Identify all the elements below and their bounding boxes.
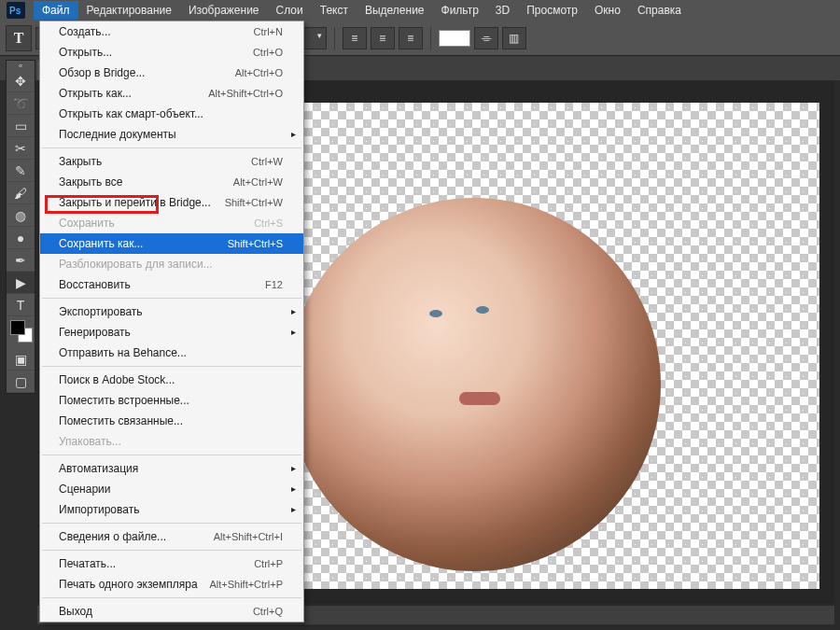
menu-item-label: Разблокировать для записи... xyxy=(59,257,213,272)
menu-item-shortcut: Ctrl+P xyxy=(254,556,283,571)
file-menu-item[interactable]: Открыть как смарт-объект... xyxy=(40,104,303,124)
tool-panel: « ✥ ➰ ▭ ✂ ✎ 🖌 ◍ ● ✒ ▶ T ▣ ▢ xyxy=(6,60,35,394)
menu-item-label: Упаковать... xyxy=(59,434,121,449)
align-center-icon: ≡ xyxy=(379,32,385,45)
menu-item-label: Поместить встроенные... xyxy=(59,393,189,408)
file-menu-item[interactable]: Закрыть и перейти в Bridge...Shift+Ctrl+… xyxy=(40,192,303,213)
menu-item-label: Поместить связанные... xyxy=(59,413,183,428)
menu-item-shortcut: Shift+Ctrl+S xyxy=(228,236,283,251)
file-menu-item[interactable]: Поместить встроенные... xyxy=(40,390,303,411)
tool-marquee[interactable]: ▭ xyxy=(7,115,35,137)
menu-item-label: Печатать... xyxy=(59,556,116,571)
menu-filter[interactable]: Фильтр xyxy=(433,1,487,20)
menu-item-shortcut: F12 xyxy=(265,277,283,292)
menu-item-label: Экспортировать xyxy=(59,304,143,319)
app-logo: Ps xyxy=(6,2,26,19)
tool-crop[interactable]: ✂ xyxy=(7,137,35,160)
file-menu-item[interactable]: Печатать...Ctrl+P xyxy=(40,553,303,574)
file-menu-item: СохранитьCtrl+S xyxy=(40,213,303,233)
character-panel-button[interactable]: ▥ xyxy=(502,27,526,49)
toolbar-grip[interactable]: « xyxy=(7,61,35,70)
file-menu-item[interactable]: Сохранить как...Shift+Ctrl+S xyxy=(40,233,303,254)
menu-item-label: Сохранить как... xyxy=(59,236,143,251)
file-menu-item[interactable]: Поместить связанные... xyxy=(40,411,303,431)
tool-type[interactable]: T xyxy=(7,294,35,316)
tool-blur[interactable]: ● xyxy=(7,227,35,249)
file-menu-item[interactable]: Импортировать xyxy=(40,499,303,520)
screenmode-toggle[interactable]: ▢ xyxy=(7,371,35,393)
menu-select[interactable]: Выделение xyxy=(357,1,433,20)
menu-window[interactable]: Окно xyxy=(586,1,629,20)
image-content xyxy=(287,198,661,571)
menu-item-label: Сведения о файле... xyxy=(59,529,166,544)
menu-item-label: Открыть как смарт-объект... xyxy=(59,106,203,121)
menu-item-shortcut: Alt+Ctrl+O xyxy=(235,65,283,80)
menu-layers[interactable]: Слои xyxy=(268,1,312,20)
menubar: Ps Файл Редактирование Изображение Слои … xyxy=(0,0,840,21)
file-menu-item[interactable]: Поиск в Adobe Stock... xyxy=(40,370,303,390)
menu-item-shortcut: Ctrl+O xyxy=(253,45,283,60)
file-menu-item[interactable]: Экспортировать xyxy=(40,301,303,322)
file-menu-item[interactable]: Обзор в Bridge...Alt+Ctrl+O xyxy=(40,63,303,83)
menu-item-shortcut: Ctrl+Q xyxy=(253,604,283,619)
file-menu-dropdown: Создать...Ctrl+NОткрыть...Ctrl+OОбзор в … xyxy=(39,21,304,623)
bucket-icon: ◍ xyxy=(15,208,26,223)
file-menu-item[interactable]: Генерировать xyxy=(40,322,303,343)
file-menu-item[interactable]: Закрыть всеAlt+Ctrl+W xyxy=(40,172,303,192)
menu-item-label: Открыть как... xyxy=(59,86,132,101)
quickmask-icon: ▣ xyxy=(15,352,27,367)
lasso-icon: ➰ xyxy=(13,96,29,111)
tool-move[interactable]: ✥ xyxy=(7,70,35,92)
menu-view[interactable]: Просмотр xyxy=(518,1,586,20)
file-menu-item[interactable]: Печать одного экземпляраAlt+Shift+Ctrl+P xyxy=(40,574,303,595)
menu-help[interactable]: Справка xyxy=(629,1,690,20)
menu-item-label: Создать... xyxy=(59,24,111,39)
file-menu-item[interactable]: Открыть как...Alt+Shift+Ctrl+O xyxy=(40,83,303,104)
quickmask-toggle[interactable]: ▣ xyxy=(7,348,35,371)
align-center-button[interactable]: ≡ xyxy=(371,27,395,49)
tool-path-select[interactable]: ▶ xyxy=(7,272,35,294)
color-wells[interactable] xyxy=(7,316,35,348)
tool-eyedropper[interactable]: ✎ xyxy=(7,160,35,182)
tool-pen[interactable]: ✒ xyxy=(7,249,35,272)
align-right-button[interactable]: ≡ xyxy=(399,27,423,49)
menu-3d[interactable]: 3D xyxy=(487,1,518,20)
warp-icon: ⌯ xyxy=(481,32,492,45)
text-color-swatch[interactable] xyxy=(439,30,470,47)
crop-icon: ✂ xyxy=(15,141,26,156)
file-menu-item[interactable]: Последние документы xyxy=(40,124,303,145)
eyedropper-icon: ✎ xyxy=(15,163,26,178)
menu-item-shortcut: Ctrl+W xyxy=(251,154,283,169)
menu-item-label: Открыть... xyxy=(59,45,112,60)
tool-lasso[interactable]: ➰ xyxy=(7,92,35,115)
menu-item-label: Сохранить xyxy=(59,216,115,231)
tool-bucket[interactable]: ◍ xyxy=(7,204,35,227)
align-right-icon: ≡ xyxy=(407,32,413,45)
align-left-button[interactable]: ≡ xyxy=(343,27,367,49)
menu-text[interactable]: Текст xyxy=(312,1,357,20)
file-menu-item[interactable]: ВосстановитьF12 xyxy=(40,274,303,295)
file-menu-item[interactable]: Отправить на Behance... xyxy=(40,343,303,363)
menu-file[interactable]: Файл xyxy=(34,1,78,20)
menu-item-label: Импортировать xyxy=(59,502,139,517)
menu-edit[interactable]: Редактирование xyxy=(78,1,180,20)
file-menu-item[interactable]: ЗакрытьCtrl+W xyxy=(40,151,303,172)
tool-preset[interactable]: T xyxy=(6,25,32,51)
file-menu-item[interactable]: Сведения о файле...Alt+Shift+Ctrl+I xyxy=(40,526,303,547)
foreground-color[interactable] xyxy=(10,320,25,335)
tool-brush[interactable]: 🖌 xyxy=(7,182,35,204)
marquee-icon: ▭ xyxy=(15,119,27,133)
menu-image[interactable]: Изображение xyxy=(180,1,268,20)
warp-text-button[interactable]: ⌯ xyxy=(474,27,498,49)
file-menu-item[interactable]: Автоматизация xyxy=(40,458,303,479)
menu-item-shortcut: Shift+Ctrl+W xyxy=(225,195,283,210)
menu-item-label: Сценарии xyxy=(59,482,110,497)
menu-item-shortcut: Alt+Shift+Ctrl+I xyxy=(214,529,283,544)
file-menu-item[interactable]: Создать...Ctrl+N xyxy=(40,21,303,42)
file-menu-item[interactable]: Открыть...Ctrl+O xyxy=(40,42,303,63)
file-menu-item[interactable]: Сценарии xyxy=(40,479,303,499)
file-menu-item[interactable]: ВыходCtrl+Q xyxy=(40,601,303,622)
menu-item-shortcut: Alt+Shift+Ctrl+P xyxy=(209,577,283,592)
menu-item-label: Печать одного экземпляра xyxy=(59,577,198,592)
menu-item-shortcut: Alt+Shift+Ctrl+O xyxy=(208,86,283,101)
